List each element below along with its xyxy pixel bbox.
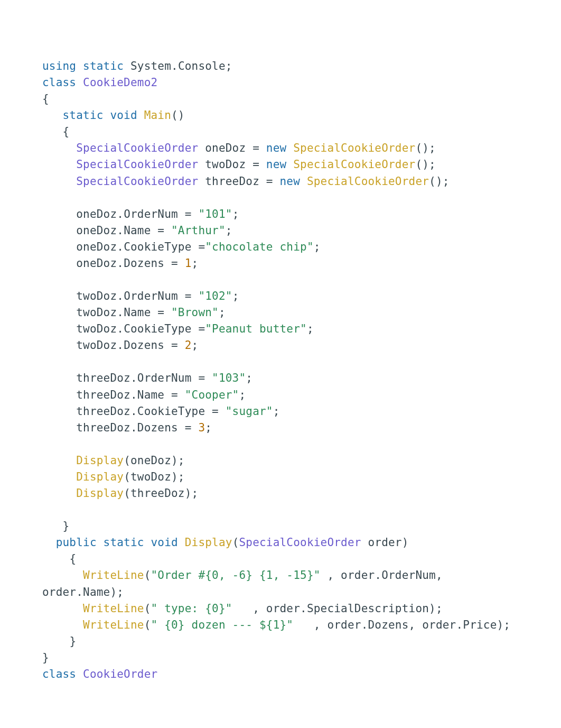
token-pun: ; [246,372,253,384]
token-pun: = [198,241,205,253]
token-num: 3 [198,421,205,434]
token-pun: oneDoz [42,224,117,237]
token-pun: = [171,339,178,352]
token-pun: . [117,306,124,319]
token-pun [273,175,280,188]
token-type: SpecialCookieOrder [76,142,198,154]
token-pun: Dozens [124,339,171,352]
token-pun [42,619,83,631]
token-kw: class [42,668,76,680]
token-pun: () [171,109,185,122]
token-pun: OrderNum [124,208,185,220]
token-pun: twoDoz [42,339,117,352]
token-pun: , [253,602,259,615]
token-pun: . [117,322,124,335]
token-pun: . [130,372,137,384]
token-pun: } [42,651,49,664]
token-pun: oneDoz [42,208,117,220]
token-pun: order [259,602,300,615]
token-pun: Dozens [124,257,171,270]
token-pun: twoDoz [42,322,117,335]
token-pun: = [198,372,205,384]
token-pun: = [157,224,164,237]
token-pun [104,109,110,122]
token-pun: . [361,619,368,631]
token-type: SpecialCookieOrder [239,536,361,549]
token-pun [205,372,212,384]
token-str: "Arthur" [171,224,226,237]
token-pun: order [334,569,375,582]
token-fn: Display [76,454,124,467]
token-pun: . [76,586,83,598]
token-pun [286,158,293,171]
token-pun [42,602,83,615]
token-str: "103" [212,372,246,384]
token-fn: SpecialCookieOrder [293,158,415,171]
token-pun: = [253,142,259,154]
token-pun [76,76,83,89]
token-pun: = [185,421,192,434]
token-pun: , [436,569,443,582]
token-pun: { [42,93,49,105]
token-fn: WriteLine [83,569,144,582]
token-pun: (oneDoz); [124,454,185,467]
token-str: " {0} dozen --- ${1}" [151,619,294,631]
token-pun [42,454,76,467]
token-pun [164,306,171,319]
token-pun: . [117,257,124,270]
token-pun [259,142,266,154]
token-pun: . [117,290,124,302]
token-pun: SpecialDescription); [307,602,443,615]
token-str: "Brown" [171,306,219,319]
token-pun: ; [205,421,212,434]
token-pun [76,668,83,680]
token-pun [178,339,185,352]
token-kw: void [110,109,137,122]
token-pun [97,536,104,549]
token-pun: (); [415,158,436,171]
token-pun [192,208,199,220]
token-pun [42,536,56,549]
token-pun: . [300,602,307,615]
token-pun: ( [144,602,151,615]
token-pun: Dozens [137,421,185,434]
token-pun: , [409,619,416,631]
token-pun: CookieType [137,405,212,418]
token-pun: , [314,619,321,631]
token-pun [259,158,266,171]
token-pun: (); [429,175,450,188]
token-pun: threeDoz [42,389,130,401]
token-pun: twoDoz [42,290,117,302]
token-kw: static [104,536,144,549]
token-pun: System [124,60,171,72]
token-pun: Console [178,60,226,72]
token-pun: ( [144,569,151,582]
token-pun [293,619,314,631]
token-pun [178,257,185,270]
token-pun: OrderNum [137,372,199,384]
token-pun: threeDoz [198,175,266,188]
token-kw: new [266,142,287,154]
token-pun [42,158,76,171]
token-type: SpecialCookieOrder [76,175,198,188]
token-pun: . [375,569,381,582]
token-pun [76,60,83,72]
token-pun: CookieType [124,241,198,253]
token-pun: Name); [83,586,124,598]
token-pun [42,471,76,483]
token-pun: , [327,569,334,582]
code-content: using static System.Console; class Cooki… [42,60,510,680]
token-pun: (); [415,142,436,154]
token-pun: . [130,421,137,434]
token-pun: = [171,389,178,401]
token-kw: public [56,536,97,549]
token-pun: ; [226,60,232,72]
token-pun: oneDoz [42,241,117,253]
token-pun [42,487,76,500]
token-fn: Display [76,487,124,500]
token-kw: void [151,536,178,549]
token-pun: threeDoz [42,421,130,434]
token-pun: { [42,125,69,138]
token-pun [219,405,226,418]
token-pun: Price); [463,619,510,631]
